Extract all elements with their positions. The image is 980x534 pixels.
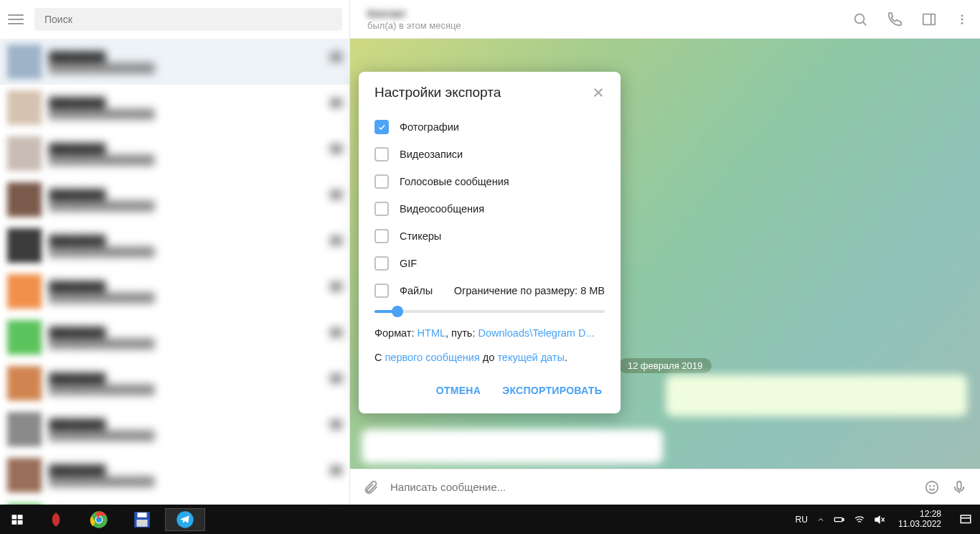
svg-marker-26 [875,516,880,523]
svg-point-8 [930,485,930,486]
format-link[interactable]: HTML [418,327,446,339]
svg-point-4 [961,14,963,17]
option-label: Фотографии [400,121,459,133]
export-option[interactable]: Видеосообщения [359,195,621,222]
svg-rect-21 [138,512,147,517]
svg-point-7 [926,481,938,493]
close-icon[interactable] [592,86,605,99]
taskbar-app-save[interactable] [122,508,162,531]
chat-list-item[interactable]: ██████████████████████████ [0,177,349,222]
option-label: Голосовые сообщения [400,176,509,187]
chat-header: Контакт был(а) в этом месяце [350,0,980,39]
chat-list-item[interactable]: ██████████████████████████ [0,131,349,177]
chat-list-item[interactable]: ██████████████████████████ [0,268,349,314]
sidepanel-icon[interactable] [921,11,937,27]
svg-rect-14 [18,515,23,519]
chat-list-item[interactable]: ██████████████████████████ [0,406,349,452]
taskbar: RU 12:28 11.03.2022 [0,505,980,534]
option-label: Стикеры [400,230,441,242]
checkbox[interactable] [374,229,389,243]
checkbox[interactable] [374,120,389,134]
format-line: Формат: HTML, путь: Downloads\Telegram D… [359,322,621,346]
svg-point-9 [933,485,934,486]
taskbar-app-telegram[interactable] [165,508,205,531]
chat-list: ████████████████████████████████████████… [0,39,349,505]
chat-list-item[interactable]: ██████████████████████████ [0,360,349,406]
chat-sidebar: ████████████████████████████████████████… [0,0,350,505]
svg-rect-24 [834,517,842,521]
export-option[interactable]: ФайлыОграничение по размеру: 8 MB [359,277,621,304]
svg-rect-25 [843,518,844,520]
message-input[interactable] [390,481,913,493]
mic-icon[interactable] [951,479,967,495]
lang-indicator[interactable]: RU [796,515,808,525]
from-link[interactable]: первого сообщения [385,352,480,363]
chat-list-item[interactable]: ██████████████████████████ [0,498,349,505]
chat-title[interactable]: Контакт [367,8,410,19]
chat-list-item[interactable]: ██████████████████████████ [0,85,349,131]
message-bubble[interactable] [362,429,663,464]
svg-rect-29 [961,515,971,523]
chat-status: был(а) в этом месяце [367,20,852,31]
svg-point-6 [961,22,963,24]
taskbar-app-chrome[interactable] [79,508,119,531]
search-input[interactable] [34,8,342,31]
to-link[interactable]: текущей даты [497,352,565,363]
clock[interactable]: 12:28 11.03.2022 [894,510,946,528]
svg-point-0 [855,14,864,23]
message-composer [350,469,980,505]
chat-list-item[interactable]: ██████████████████████████ [0,452,349,498]
svg-point-5 [961,18,963,20]
emoji-icon[interactable] [924,479,940,495]
option-label: Видеосообщения [400,203,484,215]
attach-icon[interactable] [363,479,379,495]
option-label: GIF [400,258,417,269]
svg-rect-16 [18,520,23,524]
size-limit-label: Ограничение по размеру: 8 MB [454,285,605,296]
path-link[interactable]: Downloads\Telegram D... [478,327,594,339]
export-option[interactable]: Фотографии [359,113,621,141]
date-badge: 12 февраля 2019 [619,358,712,373]
checkbox[interactable] [374,147,389,161]
notifications-icon[interactable] [954,508,977,531]
wifi-icon[interactable] [854,514,865,525]
export-settings-modal: Настройки экспорта ФотографииВидеозаписи… [359,72,621,413]
search-icon[interactable] [852,11,868,27]
export-option[interactable]: Видеозаписи [359,141,621,168]
menu-icon[interactable] [7,11,24,28]
modal-title: Настройки экспорта [374,85,501,100]
checkbox[interactable] [374,174,389,189]
checkbox[interactable] [374,202,389,216]
volume-icon[interactable] [874,514,885,525]
more-icon[interactable] [956,11,969,27]
option-label: Видеозаписи [400,149,463,160]
call-icon[interactable] [887,11,903,27]
export-option[interactable]: Стикеры [359,222,621,250]
search-bar [0,0,349,39]
svg-rect-22 [136,520,147,527]
chat-list-item[interactable]: ██████████████████████████ [0,222,349,268]
checkbox[interactable] [374,284,389,298]
svg-line-1 [863,22,867,25]
taskbar-app-1[interactable] [36,508,76,531]
battery-icon[interactable] [834,514,845,525]
chat-list-item[interactable]: ██████████████████████████ [0,314,349,360]
option-label: Файлы [400,285,433,296]
size-slider[interactable] [359,304,621,322]
range-line: С первого сообщения до текущей даты. [359,346,621,370]
checkbox[interactable] [374,256,389,271]
tray-chevron-icon[interactable] [816,515,825,524]
cancel-button[interactable]: ОТМЕНА [428,379,489,402]
export-button[interactable]: ЭКСПОРТИРОВАТЬ [494,379,611,402]
svg-rect-2 [923,14,936,24]
export-option[interactable]: GIF [359,250,621,277]
svg-rect-13 [12,515,17,519]
svg-rect-10 [957,481,961,489]
export-option[interactable]: Голосовые сообщения [359,168,621,195]
chat-list-item[interactable]: ██████████████████████████ [0,39,349,85]
start-button[interactable] [0,505,34,534]
svg-rect-15 [12,520,17,524]
message-bubble[interactable] [666,375,967,416]
